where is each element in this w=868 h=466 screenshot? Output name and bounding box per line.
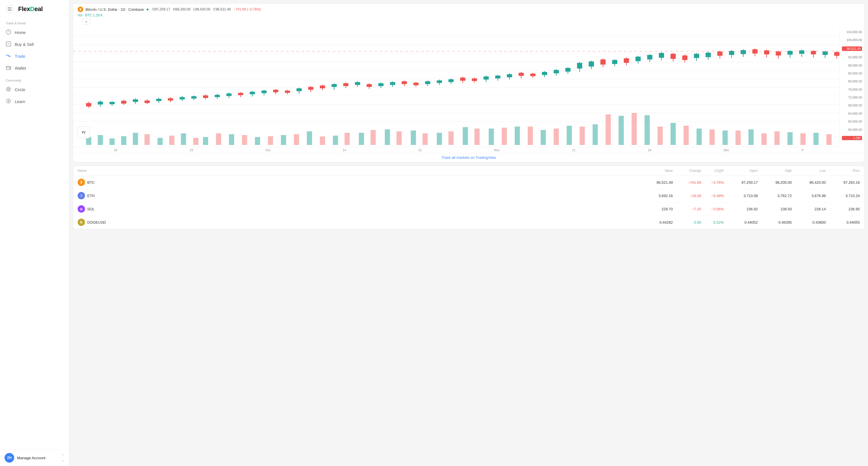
svg-rect-200 <box>764 51 769 54</box>
high-value: 98,200.00 <box>175 7 190 11</box>
sol-high: 238.50 <box>758 207 792 211</box>
svg-rect-52 <box>748 129 753 145</box>
coin-name-doge: DOGEUSD <box>87 220 106 225</box>
table-row[interactable]: ₿ BTC 96,521.49 −741.69 −0.76% 97,259.17… <box>73 176 864 189</box>
coin-name-eth: ETH <box>87 194 95 198</box>
trade-icon <box>6 53 11 60</box>
svg-rect-48 <box>645 115 650 145</box>
svg-rect-71 <box>554 129 559 145</box>
current-price-badge: 96,521.49 <box>842 46 862 51</box>
svg-rect-88 <box>110 102 115 104</box>
svg-point-9 <box>6 87 10 91</box>
svg-rect-144 <box>437 80 442 83</box>
svg-rect-110 <box>238 93 243 95</box>
svg-rect-59 <box>242 135 247 145</box>
sidebar-item-home[interactable]: Home <box>0 27 69 38</box>
col-name: Name <box>78 169 639 173</box>
svg-rect-77 <box>710 129 715 145</box>
sidebar-collapse-button[interactable] <box>6 5 13 13</box>
svg-rect-108 <box>226 93 231 96</box>
svg-rect-130 <box>355 82 360 85</box>
svg-rect-72 <box>580 127 585 145</box>
svg-rect-160 <box>530 74 535 76</box>
buy-sell-icon <box>6 41 11 47</box>
eth-low: 3,676.98 <box>792 194 826 198</box>
svg-rect-132 <box>367 84 372 87</box>
sidebar-item-wallet[interactable]: Wallet <box>0 62 69 74</box>
svg-rect-114 <box>261 91 267 93</box>
svg-rect-184 <box>671 54 676 59</box>
chart-vol: Vol · BTC 1.29 K <box>73 13 864 19</box>
svg-point-10 <box>8 88 9 90</box>
svg-rect-68 <box>474 129 479 145</box>
tradingview-link[interactable]: Track all markets on TradingView <box>73 153 864 162</box>
eth-change: −18.08 <box>673 194 701 198</box>
svg-rect-49 <box>671 123 676 145</box>
svg-rect-36 <box>333 136 338 145</box>
sol-chg-pct: −3.06% <box>701 207 724 211</box>
svg-rect-162 <box>542 72 547 75</box>
svg-rect-47 <box>619 116 624 145</box>
svg-rect-138 <box>402 81 407 84</box>
btc-chg-pct: −0.76% <box>701 180 724 185</box>
price-label: 104,000.00 <box>842 30 862 34</box>
svg-rect-55 <box>145 134 150 145</box>
svg-rect-53 <box>787 132 793 145</box>
btc-high: 98,200.00 <box>758 180 792 185</box>
sidebar-item-learn[interactable]: Learn <box>0 96 69 108</box>
sidebar-logo: FlexDeal <box>0 0 69 17</box>
sidebar-item-circle[interactable]: Circle <box>0 84 69 96</box>
price-label: 72,000.00 <box>842 96 862 99</box>
sol-change: −7.25 <box>673 207 701 211</box>
sidebar-item-buy-sell[interactable]: Buy & Sell <box>0 38 69 51</box>
svg-rect-65 <box>397 131 402 145</box>
price-label: 84,000.00 <box>842 72 862 75</box>
open-value: 97,259.17 <box>155 7 170 11</box>
col-change: Change <box>673 169 701 173</box>
svg-rect-98 <box>168 98 173 100</box>
svg-rect-210 <box>823 52 828 55</box>
svg-rect-41 <box>463 127 468 145</box>
svg-rect-112 <box>250 92 255 94</box>
svg-rect-43 <box>515 127 520 145</box>
price-change: −741.69 (−0.76%) <box>234 7 261 11</box>
ohlc-data: O97,259.17 H98,200.00 L96,420.00 C96,521… <box>152 7 261 11</box>
table-row[interactable]: ◎ SOL 229.70 −7.25 −3.06% 236.92 238.50 … <box>73 202 864 216</box>
sol-open: 236.92 <box>724 207 758 211</box>
svg-rect-92 <box>133 99 138 102</box>
chart-svg-area: TV <box>73 28 864 147</box>
sol-prev: 236.95 <box>826 207 860 211</box>
svg-rect-188 <box>694 54 699 58</box>
svg-rect-128 <box>343 83 348 86</box>
svg-rect-204 <box>787 51 793 55</box>
sidebar-item-home-label: Home <box>15 30 26 35</box>
svg-rect-206 <box>799 51 804 54</box>
chevron-up-down-icon: ⌃⌄ <box>61 454 65 462</box>
price-label: 92,000.00 <box>842 56 862 59</box>
svg-rect-194 <box>729 51 734 55</box>
live-dot: ● <box>146 7 149 12</box>
svg-rect-116 <box>273 90 278 92</box>
collapse-button[interactable]: ∧ <box>82 19 90 25</box>
manage-account-section[interactable]: ZH Manage Account ⌃⌄ <box>0 449 69 466</box>
chart-container: ₿ Bitcoin / U.S. Dollar · 1D · Coinbase … <box>73 3 865 162</box>
sol-low: 228.14 <box>792 207 826 211</box>
svg-rect-168 <box>577 63 582 68</box>
table-row[interactable]: Ð DOGEUSD 0.44282 0.00 0.52% 0.44052 0.4… <box>73 216 864 229</box>
svg-rect-35 <box>307 131 312 145</box>
btc-value: 96,521.49 <box>639 180 673 185</box>
table-row[interactable]: Ξ ETH 3,692.16 −18.08 −0.49% 3,710.08 3,… <box>73 189 864 202</box>
svg-rect-80 <box>775 131 780 145</box>
svg-point-6 <box>8 55 9 56</box>
svg-rect-146 <box>448 79 454 82</box>
svg-rect-76 <box>684 126 689 145</box>
high-label: H98,200.00 <box>173 7 190 11</box>
svg-rect-78 <box>736 131 741 145</box>
btc-change: −741.69 <box>673 180 701 185</box>
chart-pair-label: Bitcoin / U.S. Dollar · 1D · Coinbase <box>86 7 144 11</box>
sidebar-item-trade[interactable]: Trade <box>0 51 69 62</box>
price-label: 64,000.00 <box>842 112 862 115</box>
svg-rect-120 <box>297 88 302 91</box>
svg-rect-75 <box>657 127 662 145</box>
coin-cell-sol: ◎ SOL <box>78 205 639 212</box>
